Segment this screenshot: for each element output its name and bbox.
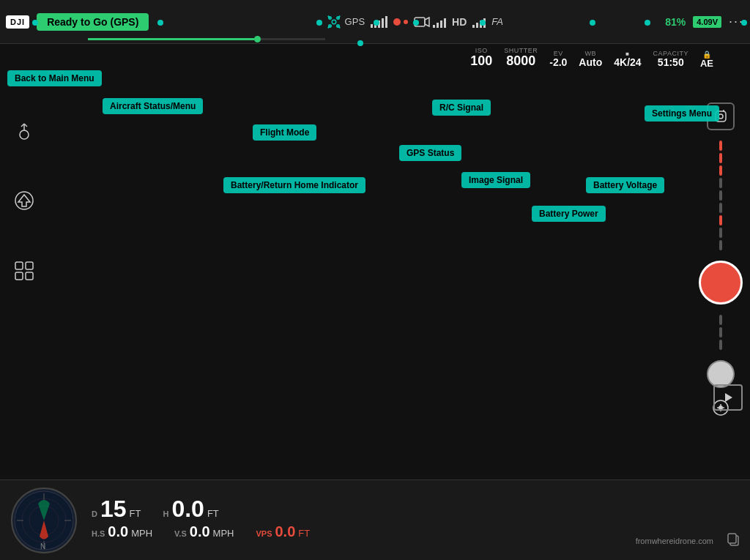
capacity-param: CAPACITY 51:50	[653, 50, 688, 68]
dot-battery-return	[357, 40, 363, 46]
annotation-settings-menu: Settings Menu	[645, 105, 719, 122]
level-bar-12	[719, 340, 722, 350]
dji-logo: DJI	[6, 15, 29, 29]
res-value: 4K/24	[614, 57, 641, 68]
level-bar-2	[719, 153, 722, 163]
level-bar-8	[719, 228, 722, 238]
telemetry-row-1: D 15 FT H 0.0 FT	[92, 497, 739, 520]
svg-rect-16	[15, 262, 23, 269]
ev-value: -2.0	[549, 57, 567, 68]
hs-value: 0.0	[108, 523, 128, 540]
level-bar-4	[719, 178, 722, 188]
takeoff-icon[interactable]	[11, 117, 37, 143]
stream-dot	[393, 18, 401, 26]
ae-value: AE	[700, 59, 713, 69]
dot-battery-power	[590, 20, 595, 26]
right-controls	[699, 102, 743, 422]
h-unit: FT	[207, 508, 219, 519]
vps-unit: FT	[298, 528, 310, 539]
video-signal-bars	[433, 16, 446, 28]
playback-button[interactable]	[713, 384, 743, 411]
vs-label: V.S	[174, 529, 187, 538]
return-home-icon[interactable]	[11, 187, 37, 214]
level-bar-3	[719, 165, 722, 176]
level-bar-6	[719, 203, 722, 213]
level-bar-1	[719, 141, 722, 151]
level-bar-7	[719, 215, 722, 225]
hs-unit: MPH	[131, 528, 152, 539]
annotation-flight-mode: Flight Mode	[253, 124, 316, 141]
level-bar-10	[719, 315, 722, 325]
fa-icon: FA	[491, 16, 503, 27]
ev-param: EV -2.0	[549, 50, 567, 68]
camera-settings-bar: ISO 100 SHUTTER 8000 EV -2.0 WB Auto ■ 4…	[470, 44, 713, 72]
svg-rect-18	[15, 272, 23, 280]
svg-marker-10	[425, 18, 429, 26]
top-right-info: 81% 4.09V ···	[665, 14, 744, 29]
d-label: D	[92, 509, 97, 518]
level-bar-11	[719, 327, 722, 337]
svg-rect-17	[26, 262, 33, 269]
vps-item: VPS 0.0 FT	[256, 523, 310, 540]
height-item: H 0.0 FT	[163, 497, 218, 520]
vps-label: VPS	[256, 529, 272, 538]
dot-gps-status	[374, 20, 379, 26]
annotation-gps-status: GPS Status	[399, 145, 461, 161]
svg-marker-25	[725, 393, 732, 402]
iso-value: 100	[470, 54, 492, 69]
level-bar-5	[719, 190, 722, 201]
hs-label: H.S	[92, 529, 105, 538]
progress-bar	[88, 38, 325, 40]
drone-icon-group: GPS	[326, 14, 365, 30]
battery-percent: 81%	[665, 16, 686, 28]
dot-battery-voltage	[645, 20, 650, 26]
vspeed-item: V.S 0.0 MPH	[174, 523, 234, 540]
level-bar-9	[719, 240, 722, 250]
svg-point-11	[20, 130, 29, 139]
iso-param: ISO 100	[470, 47, 492, 69]
left-icons	[11, 117, 37, 284]
progress-fill	[88, 38, 254, 40]
hspeed-item: H.S 0.0 MPH	[92, 523, 152, 540]
wb-param: WB Auto	[579, 50, 602, 68]
svg-text:N: N	[40, 542, 45, 550]
waypoint-icon[interactable]	[11, 258, 37, 284]
vps-value: 0.0	[275, 523, 296, 540]
dot-aircraft-status	[157, 20, 163, 26]
annotation-aircraft-status: Aircraft Status/Menu	[103, 98, 203, 114]
record-button[interactable]	[699, 261, 743, 305]
dot-back-main	[32, 20, 38, 26]
distance-item: D 15 FT	[92, 497, 141, 520]
compass-svg: N	[12, 489, 75, 552]
compass: N	[11, 488, 77, 553]
shutter-param: SHUTTER 8000	[504, 47, 538, 69]
exposure-level-2	[719, 315, 722, 350]
dot-rc-signal	[413, 20, 419, 26]
h-value: 0.0	[171, 497, 204, 520]
res-param: ■ 4K/24	[614, 51, 641, 68]
annotation-rc-signal: R/C Signal	[432, 100, 491, 116]
website-label: fromwhereidrone.com	[636, 537, 713, 545]
vs-unit: MPH	[213, 528, 234, 539]
vs-value: 0.0	[190, 523, 210, 540]
stream-dot2	[404, 20, 408, 24]
h-label: H	[163, 509, 168, 518]
d-value: 15	[100, 497, 127, 520]
progress-dot	[254, 36, 261, 42]
svg-rect-35	[728, 534, 736, 543]
copy-icon[interactable]	[727, 532, 741, 550]
d-unit: FT	[130, 508, 141, 519]
shutter-value: 8000	[506, 54, 535, 69]
flight-status: Ready to Go (GPS)	[37, 13, 149, 31]
streaming-indicator	[393, 18, 408, 26]
annotation-back-to-main: Back to Main Menu	[7, 70, 102, 86]
hd-label: HD	[452, 16, 467, 28]
annotation-battery-power: Battery Power	[532, 206, 606, 222]
dot-flight-mode	[316, 20, 322, 26]
wb-value: Auto	[579, 57, 602, 68]
capacity-value: 51:50	[658, 57, 684, 68]
svg-rect-19	[26, 272, 33, 280]
battery-voltage-display: 4.09V	[693, 16, 721, 28]
gps-label: GPS	[345, 16, 365, 27]
annotation-battery-return: Battery/Return Home Indicator	[223, 177, 365, 193]
